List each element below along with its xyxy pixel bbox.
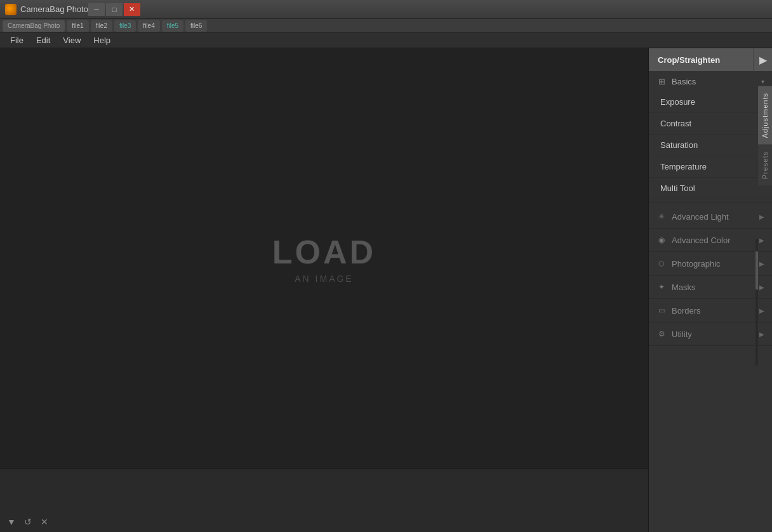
utility-header[interactable]: ⚙ Utility ▶ <box>649 323 772 345</box>
canvas-area: LOAD AN IMAGE ▼ ↺ ✕ <box>0 48 648 532</box>
utility-label: Utility <box>672 329 692 339</box>
adjustment-multitool[interactable]: Multi Tool <box>649 178 772 199</box>
app-icon <box>5 4 17 15</box>
adjustment-exposure[interactable]: Exposure <box>649 91 772 113</box>
crop-straighten-button[interactable]: Crop/Straighten <box>649 48 753 71</box>
open-windows-bar: CameraBag Photo file1 file2 file3 file4 … <box>0 19 772 33</box>
advanced-light-section: ✳ Advanced Light ▶ <box>649 205 772 229</box>
minimize-button[interactable]: ─ <box>88 3 105 16</box>
section-divider <box>649 202 772 203</box>
advanced-light-label: Advanced Light <box>672 212 729 222</box>
taskbar-item[interactable]: CameraBag Photo <box>3 20 65 32</box>
taskbar-item[interactable]: file6 <box>185 20 207 32</box>
adjustment-saturation[interactable]: Saturation <box>649 135 772 156</box>
load-sub-text: AN IMAGE <box>272 274 376 284</box>
masks-label: Masks <box>672 283 696 292</box>
presets-tab[interactable]: Presets <box>758 145 772 185</box>
canvas-workspace[interactable]: LOAD AN IMAGE <box>0 48 648 469</box>
borders-icon: ▭ <box>656 305 667 316</box>
close-button[interactable]: ✕ <box>124 3 140 16</box>
borders-section: ▭ Borders ▶ <box>649 299 772 323</box>
masks-icon: ✦ <box>656 282 667 292</box>
forward-arrow-button[interactable]: ▶ <box>753 48 772 71</box>
masks-section: ✦ Masks ▶ <box>649 276 772 299</box>
menu-edit[interactable]: Edit <box>30 34 57 46</box>
photographic-icon: ⬡ <box>656 258 667 269</box>
basics-icon: ⊞ <box>656 76 667 86</box>
adjustment-contrast[interactable]: Contrast <box>649 113 772 135</box>
advanced-color-icon: ◉ <box>656 235 667 245</box>
basics-label: Basics <box>672 77 696 86</box>
taskbar-item[interactable]: file2 <box>91 20 112 32</box>
filmstrip-down-btn[interactable]: ▼ <box>5 515 18 528</box>
app-title: CameraBag Photo <box>20 4 88 14</box>
advanced-light-icon: ✳ <box>656 211 667 222</box>
photographic-label: Photographic <box>672 259 721 269</box>
advanced-color-header[interactable]: ◉ Advanced Color ▶ <box>649 229 772 251</box>
utility-section: ⚙ Utility ▶ <box>649 323 772 346</box>
advanced-color-label: Advanced Color <box>672 236 731 245</box>
advanced-color-section: ◉ Advanced Color ▶ <box>649 229 772 252</box>
filmstrip: ▼ ↺ ✕ <box>0 469 648 532</box>
basics-arrow: ▾ <box>761 78 764 85</box>
borders-header[interactable]: ▭ Borders ▶ <box>649 299 772 322</box>
menu-view[interactable]: View <box>57 34 87 46</box>
taskbar-item[interactable]: file5 <box>162 20 183 32</box>
taskbar-item[interactable]: file4 <box>138 20 159 32</box>
basics-section-header[interactable]: ⊞ Basics ▾ <box>649 71 772 91</box>
borders-label: Borders <box>672 306 701 316</box>
adjustments-tab[interactable]: Adjustments <box>758 86 772 145</box>
advanced-light-header[interactable]: ✳ Advanced Light ▶ <box>649 205 772 228</box>
menu-help[interactable]: Help <box>87 34 117 46</box>
taskbar-item[interactable]: file3 <box>114 20 136 32</box>
menubar: File Edit View Help <box>0 33 772 48</box>
window-controls: ─ □ ✕ <box>88 3 140 16</box>
photographic-header[interactable]: ⬡ Photographic ▶ <box>649 252 772 275</box>
masks-header[interactable]: ✦ Masks ▶ <box>649 276 772 298</box>
filmstrip-refresh-btn[interactable]: ↺ <box>22 515 34 528</box>
menu-file[interactable]: File <box>4 34 30 46</box>
scroll-indicator[interactable] <box>755 239 758 366</box>
panel-top-row: Crop/Straighten ▶ <box>649 48 772 71</box>
taskbar-item[interactable]: file1 <box>67 20 88 32</box>
photographic-section: ⬡ Photographic ▶ <box>649 252 772 276</box>
right-tabs: Adjustments Presets <box>758 86 772 340</box>
panel-content: ⊞ Basics ▾ Exposure Contrast Saturation … <box>649 71 772 532</box>
load-text: LOAD AN IMAGE <box>272 233 376 284</box>
utility-icon: ⚙ <box>656 329 667 339</box>
scroll-thumb[interactable] <box>755 251 758 289</box>
filmstrip-controls: ▼ ↺ ✕ <box>5 515 51 528</box>
right-panel: Crop/Straighten ▶ Adjustments Presets ⊞ … <box>648 48 772 532</box>
adjustment-temperature[interactable]: Temperature <box>649 156 772 178</box>
filmstrip-close-btn[interactable]: ✕ <box>38 515 51 528</box>
load-main-text: LOAD <box>272 233 376 271</box>
titlebar: CameraBag Photo ─ □ ✕ <box>0 0 772 19</box>
main-layout: LOAD AN IMAGE ▼ ↺ ✕ Crop/Straighten ▶ Ad… <box>0 48 772 532</box>
maximize-button[interactable]: □ <box>106 3 123 16</box>
